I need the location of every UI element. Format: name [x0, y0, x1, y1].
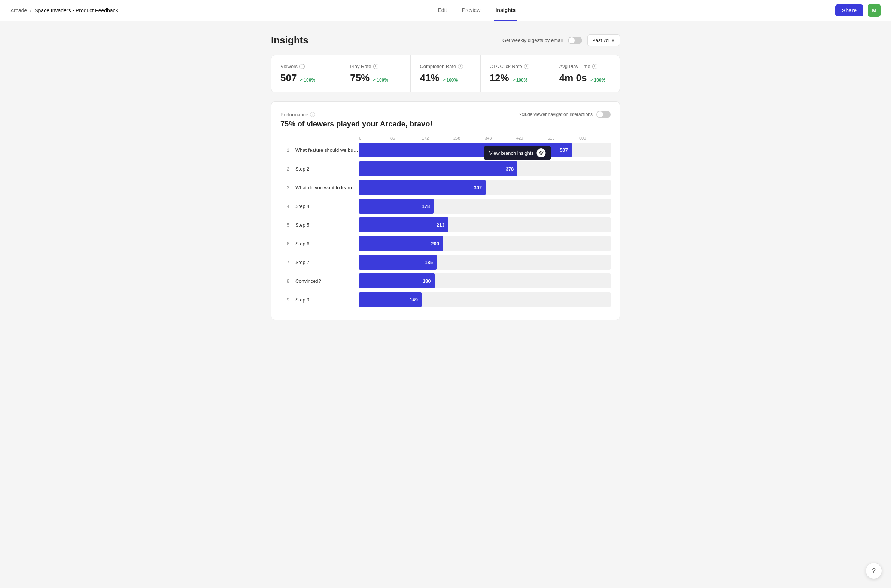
stats-row: Viewers i 507 ↗ 100% Play Rate i 75% ↗ 1… [271, 55, 620, 92]
stat-value-avg-play: 4m 0s ↗ 100% [559, 72, 611, 84]
breadcrumb-arcade[interactable]: Arcade [11, 8, 27, 14]
bar-value: 149 [409, 297, 418, 303]
page-title: Insights [271, 34, 309, 46]
arrow-up-icon: ↗ [590, 77, 593, 82]
stat-value-play-rate: 75% ↗ 100% [350, 72, 401, 84]
insights-header: Insights Get weekly digests by email Pas… [271, 34, 620, 46]
bar-value: 378 [506, 166, 514, 172]
bar-fill: 200 [359, 236, 443, 251]
digest-label: Get weekly digests by email [503, 38, 563, 43]
chart-row[interactable]: 7 Step 7 185 [280, 255, 611, 270]
info-icon-avg-play: i [592, 64, 598, 69]
tooltip-box: View branch insights [484, 146, 551, 160]
info-icon-performance: i [310, 112, 315, 117]
info-icon-viewers: i [300, 64, 305, 69]
bar-value: 302 [474, 185, 482, 190]
stat-change-completion: ↗ 100% [442, 77, 458, 82]
stat-completion-rate: Completion Rate i 41% ↗ 100% [411, 56, 480, 92]
nav-tabs: Edit Preview Insights [436, 0, 518, 21]
row-label: Convinced? [295, 278, 359, 284]
stat-change-viewers: ↗ 100% [300, 77, 315, 82]
row-number: 5 [280, 222, 289, 228]
performance-subtitle: 75% of viewers played your Arcade, bravo… [280, 120, 611, 128]
stat-value-completion: 41% ↗ 100% [420, 72, 471, 84]
exclude-toggle[interactable] [596, 111, 611, 118]
stat-label-viewers: Viewers i [280, 64, 332, 69]
chart-row[interactable]: 3 What do you want to learn m... 302 [280, 180, 611, 195]
bar-value: 178 [422, 204, 430, 209]
share-button[interactable]: Share [835, 4, 863, 16]
bar-value: 507 [560, 147, 568, 153]
stat-change-cta: ↗ 100% [512, 77, 528, 82]
row-label: Step 6 [295, 241, 359, 246]
chart-x-axis: 0 86 172 258 343 429 515 600 [359, 136, 611, 140]
row-number: 6 [280, 241, 289, 246]
stat-label-cta: CTA Click Rate i [490, 64, 541, 69]
bar-fill: 178 [359, 199, 433, 214]
chevron-down-icon: ▼ [611, 38, 615, 43]
row-number: 9 [280, 297, 289, 303]
breadcrumb: Arcade / Space Invaders - Product Feedba… [11, 8, 118, 14]
tab-edit[interactable]: Edit [436, 0, 449, 21]
digest-toggle[interactable] [568, 37, 582, 44]
chart-row[interactable]: 6 Step 6 200 [280, 236, 611, 251]
chart-area: 0 86 172 258 343 429 515 600 1 What feat… [280, 136, 611, 307]
bar-fill: 302 [359, 180, 486, 195]
row-number: 7 [280, 260, 289, 265]
stat-viewers: Viewers i 507 ↗ 100% [271, 56, 341, 92]
info-icon-completion: i [458, 64, 463, 69]
arrow-up-icon: ↗ [300, 77, 303, 82]
row-label: What do you want to learn m... [295, 185, 359, 190]
avatar[interactable]: M [868, 4, 880, 17]
stat-avg-play-time: Avg Play Time i 4m 0s ↗ 100% [550, 56, 620, 92]
period-dropdown[interactable]: Past 7d ▼ [587, 34, 620, 46]
info-icon-cta: i [524, 64, 529, 69]
x-tick-429: 429 [516, 136, 548, 140]
tab-preview[interactable]: Preview [461, 0, 482, 21]
row-number: 8 [280, 278, 289, 284]
performance-label-text: Performance [280, 112, 308, 117]
stat-label-avg-play: Avg Play Time i [559, 64, 611, 69]
branch-icon[interactable] [537, 148, 546, 158]
breadcrumb-separator: / [30, 8, 32, 14]
stat-label-completion: Completion Rate i [420, 64, 471, 69]
row-number: 3 [280, 185, 289, 190]
breadcrumb-title: Space Invaders - Product Feedback [35, 8, 118, 14]
performance-controls: Exclude viewer navigation interactions [517, 111, 611, 118]
x-tick-343: 343 [485, 136, 516, 140]
info-icon-play-rate: i [373, 64, 378, 69]
tooltip: View branch insights [484, 146, 551, 160]
row-number: 1 [280, 147, 289, 153]
bar-track: 178 [359, 199, 611, 214]
chart-row[interactable]: 9 Step 9 149 [280, 292, 611, 307]
performance-header: Performance i Exclude viewer navigation … [280, 111, 611, 118]
tab-insights[interactable]: Insights [494, 0, 517, 21]
arrow-up-icon: ↗ [512, 77, 516, 82]
bar-track: 213 [359, 218, 611, 232]
bar-fill: 185 [359, 255, 436, 270]
x-tick-515: 515 [548, 136, 579, 140]
chart-row[interactable]: 2 Step 2 378 View branch insights [280, 161, 611, 176]
chart-row[interactable]: 4 Step 4 178 [280, 199, 611, 214]
insights-controls: Get weekly digests by email Past 7d ▼ [503, 34, 620, 46]
main-content: Insights Get weekly digests by email Pas… [262, 21, 629, 343]
row-number: 4 [280, 204, 289, 209]
bar-fill: 213 [359, 218, 449, 232]
chart-row[interactable]: 5 Step 5 213 [280, 218, 611, 232]
bar-value: 185 [424, 260, 433, 265]
bar-track: 200 [359, 236, 611, 251]
chart-row[interactable]: 8 Convinced? 180 [280, 273, 611, 288]
stat-label-play-rate: Play Rate i [350, 64, 401, 69]
exclude-label: Exclude viewer navigation interactions [517, 112, 593, 117]
arrow-up-icon: ↗ [372, 77, 376, 82]
bar-track: 185 [359, 255, 611, 270]
chart-row[interactable]: 1 What feature should we buil... 507 [280, 142, 611, 158]
x-tick-258: 258 [453, 136, 485, 140]
bar-track: 302 [359, 180, 611, 195]
bar-value: 200 [431, 241, 439, 246]
row-label: Step 2 [295, 166, 359, 172]
navbar: Arcade / Space Invaders - Product Feedba… [0, 0, 891, 21]
row-label: Step 4 [295, 204, 359, 209]
x-tick-0: 0 [359, 136, 390, 140]
performance-card: Performance i Exclude viewer navigation … [271, 101, 620, 320]
